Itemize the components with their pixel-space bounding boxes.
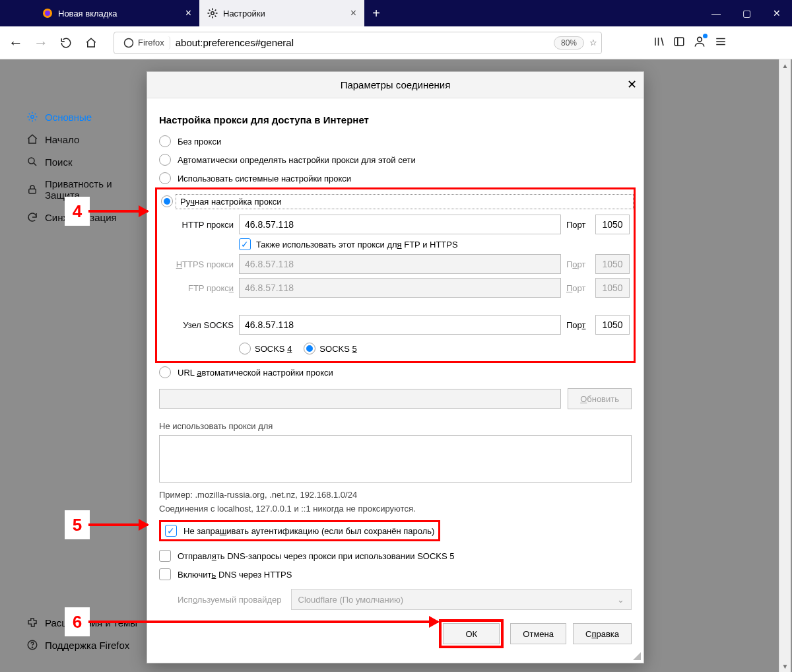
http-port-input[interactable] [595,215,630,234]
library-icon[interactable] [653,36,665,50]
svg-point-21 [31,116,34,119]
url-input[interactable] [176,37,548,48]
radio-socks5[interactable]: SOCKS 5 [304,343,356,354]
no-auth-checkbox[interactable] [165,525,177,537]
tab-label: Настройки [223,9,345,18]
svg-line-23 [34,163,36,166]
nav-toolbar: ← → Firefox 80% ☆ [0,26,792,59]
sidebar-item-search[interactable]: Поиск [24,151,136,173]
cancel-button[interactable]: Отмена [510,623,566,644]
dns-over-socks-checkbox-row[interactable]: Отправлять DNS-запросы через прокси при … [159,547,632,565]
radio-pac-url[interactable]: URL автоматической настройки прокси [159,363,632,382]
checkbox-icon [159,568,171,580]
https-port-input [595,254,630,274]
sidebar-item-label: Синхронизация [45,212,117,223]
dns-over-https-checkbox-row[interactable]: Включить DNS через HTTPS [159,565,632,584]
tab-settings[interactable]: Настройки × [199,0,364,26]
firefox-icon [42,8,53,18]
radio-autodetect[interactable]: Автоматически определять настройки прокс… [159,151,632,169]
resize-grip-icon[interactable] [633,652,642,661]
gear-icon [26,111,38,123]
reload-button[interactable] [55,32,77,53]
menu-button[interactable] [710,36,731,50]
radio-label: Ручная настройка прокси [176,194,634,209]
ftp-port-input [595,278,630,298]
radio-label: SOCKS 4 [255,344,292,354]
maximize-button[interactable]: ▢ [731,0,762,26]
socks-host-input[interactable] [239,315,561,335]
checkbox-label: Отправлять DNS-запросы через прокси при … [178,551,454,561]
account-icon[interactable] [693,35,706,50]
help-button[interactable]: Справка [573,623,632,644]
ok-button[interactable]: ОК [443,623,500,644]
refresh-button: Обновить [568,388,632,409]
sidebar-item-support[interactable]: Поддержка Firefox [24,634,149,656]
no-auth-label: Не запрашивать аутентификацию (если был … [183,526,434,536]
http-proxy-input[interactable] [239,215,561,234]
svg-line-7 [209,10,211,11]
sidebar-item-label: Поиск [45,156,73,168]
radio-icon [239,343,251,354]
page-scrollbar[interactable]: ▲ ▼ [779,59,791,672]
no-proxy-for-input[interactable] [159,435,632,483]
lock-icon [26,184,38,195]
firefox-logo-icon [123,38,134,48]
close-icon[interactable]: × [350,8,356,18]
https-proxy-label: HTTPS прокси [161,259,234,269]
radio-icon [159,172,171,184]
provider-value: Cloudflare (По умолчанию) [298,595,403,605]
svg-point-22 [28,158,34,164]
socks-port-input[interactable] [595,315,630,335]
radio-label: Использовать системные настройки прокси [178,174,351,184]
share-proxy-label: Также использовать этот прокси для FTP и… [256,240,458,250]
svg-point-26 [32,647,32,648]
tab-newtab[interactable]: Новая вкладка × [34,0,199,26]
bookmark-star-icon[interactable]: ☆ [589,38,597,48]
port-label: Порт [566,259,590,269]
socks-host-label: Узел SOCKS [161,320,234,330]
zoom-indicator[interactable]: 80% [554,36,584,50]
port-label: Порт [566,220,590,230]
proxy-section-title: Настройка прокси для доступа в Интернет [159,114,632,125]
prefs-sidebar: Основные Начало Поиск Приватность и Защи… [24,106,136,228]
dialog-close-button[interactable]: ✕ [627,77,637,92]
svg-line-8 [215,16,216,17]
sidebar-icon[interactable] [673,36,685,50]
no-proxy-example: Пример: .mozilla-russia.org, .net.nz, 19… [159,490,632,500]
window-buttons: — ▢ ✕ [701,0,792,26]
sidebar-item-extensions[interactable]: Расширения и темы [24,611,149,634]
sidebar-item-general[interactable]: Основные [24,106,136,128]
back-button[interactable]: ← [5,32,26,53]
radio-system[interactable]: Использовать системные настройки прокси [159,169,632,187]
no-proxy-for-label: Не использовать прокси для [159,421,632,431]
https-proxy-input [239,254,561,274]
tab-label: Новая вкладка [58,9,180,18]
port-label: Порт [566,283,590,293]
sidebar-item-sync[interactable]: Синхронизация [24,206,136,228]
prefs-sidebar-bottom: Расширения и темы Поддержка Firefox [24,611,149,656]
scroll-up-icon[interactable]: ▲ [779,59,791,71]
checkbox-label: Включить DNS через HTTPS [178,570,292,580]
radio-no-proxy[interactable]: Без прокси [159,132,632,151]
share-proxy-checkbox[interactable] [239,238,251,250]
sidebar-item-home[interactable]: Начало [24,128,136,151]
radio-icon [304,343,315,354]
new-tab-button[interactable]: + [364,0,388,26]
close-icon[interactable]: × [185,8,191,18]
url-bar[interactable]: Firefox 80% ☆ [114,32,602,54]
minimize-button[interactable]: — [701,0,731,26]
connection-settings-dialog: Параметры соединения ✕ Настройка прокси … [147,71,644,663]
sync-icon [26,211,38,223]
identity-box[interactable]: Firefox [118,36,170,50]
provider-select: Cloudflare (По умолчанию) ⌄ [291,589,632,610]
sidebar-item-privacy[interactable]: Приватность и Защита [24,173,136,206]
close-button[interactable]: ✕ [762,0,792,26]
radio-manual[interactable]: Ручная настройка прокси [161,192,630,211]
checkbox-icon [159,550,171,562]
scroll-down-icon[interactable]: ▼ [779,660,791,672]
forward-button[interactable]: → [30,32,51,53]
home-button[interactable] [81,32,102,53]
svg-point-2 [211,12,214,15]
search-icon [26,156,38,168]
radio-socks4[interactable]: SOCKS 4 [239,343,292,354]
